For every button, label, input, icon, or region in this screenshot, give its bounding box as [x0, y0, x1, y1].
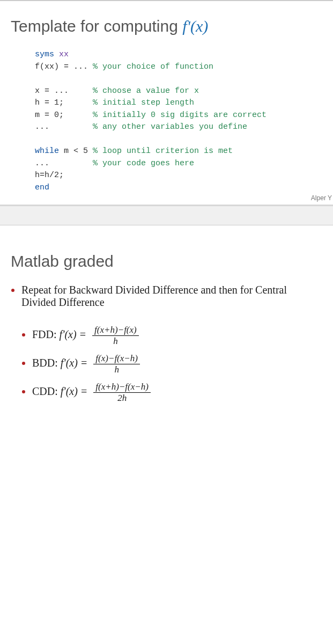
- comment: % any other variables you define: [93, 122, 247, 131]
- formula-list: FDD: f'(x) = f(x+h)−f(x)h BDD: f'(x) = f…: [11, 325, 322, 404]
- formula-cdd: CDD: f'(x) = f(x+h)−f(x−h)2h: [32, 382, 322, 404]
- kw-while: while: [35, 147, 59, 156]
- comment: % initial step length: [93, 98, 194, 107]
- fraction: f(x+h)−f(x−h)2h: [93, 382, 151, 404]
- formula-bdd: BDD: f'(x) = f(x)−f(x−h)h: [32, 353, 322, 375]
- denominator: 2h: [93, 393, 151, 404]
- formula-fdd: FDD: f'(x) = f(x+h)−f(x)h: [32, 325, 322, 347]
- code-text: ...: [35, 122, 93, 131]
- lhs: f'(x) =: [60, 328, 90, 340]
- comment: % loop until criterion is met: [93, 147, 233, 156]
- code-text: x = ...: [35, 86, 93, 96]
- code-block: syms xx f(xx) = ... % your choice of fun…: [35, 49, 322, 194]
- cdd-label: CDD:: [32, 385, 61, 397]
- code-text: xx: [54, 50, 69, 59]
- kw-end: end: [35, 183, 49, 192]
- title-func: f'(x): [182, 17, 208, 35]
- bullet-list: Repeat for Backward Divided Difference a…: [11, 284, 322, 309]
- bdd-label: BDD:: [32, 357, 61, 369]
- slide-matlab-graded: Matlab graded Repeat for Backward Divide…: [0, 225, 333, 425]
- code-text: f(xx) = ...: [35, 62, 93, 71]
- numerator: f(x+h)−f(x−h): [93, 382, 151, 393]
- code-text: ...: [35, 159, 93, 168]
- title-text: Template for computing: [11, 17, 182, 35]
- kw-syms: syms: [35, 50, 54, 59]
- denominator: h: [93, 364, 140, 375]
- blank-line: [35, 134, 322, 146]
- comment: % initially 0 sig digits are correct: [93, 111, 267, 120]
- fraction: f(x)−f(x−h)h: [93, 353, 140, 375]
- code-text: h = 1;: [35, 98, 93, 107]
- comment: % choose a value for x: [93, 86, 199, 96]
- code-text: m = 0;: [35, 111, 93, 120]
- numerator: f(x+h)−f(x): [92, 325, 139, 336]
- comment: % your code goes here: [93, 159, 194, 168]
- byline: Alper Y: [311, 194, 332, 202]
- fdd-label: FDD:: [32, 328, 60, 340]
- lhs: f'(x) =: [61, 357, 91, 369]
- code-text: m < 5: [59, 147, 93, 156]
- fraction: f(x+h)−f(x)h: [92, 325, 139, 347]
- numerator: f(x)−f(x−h): [93, 353, 140, 364]
- slide2-title: Matlab graded: [11, 252, 322, 270]
- lhs: f'(x) =: [61, 385, 91, 397]
- slide1-title: Template for computing f'(x): [11, 17, 322, 35]
- bullet-repeat: Repeat for Backward Divided Difference a…: [21, 284, 322, 309]
- comment: % your choice of function: [93, 62, 213, 71]
- slide-gap: [0, 206, 333, 225]
- code-text: h=h/2;: [35, 170, 322, 182]
- blank-line: [35, 73, 322, 85]
- denominator: h: [92, 336, 139, 347]
- slide-template: Template for computing f'(x) syms xx f(x…: [0, 1, 333, 206]
